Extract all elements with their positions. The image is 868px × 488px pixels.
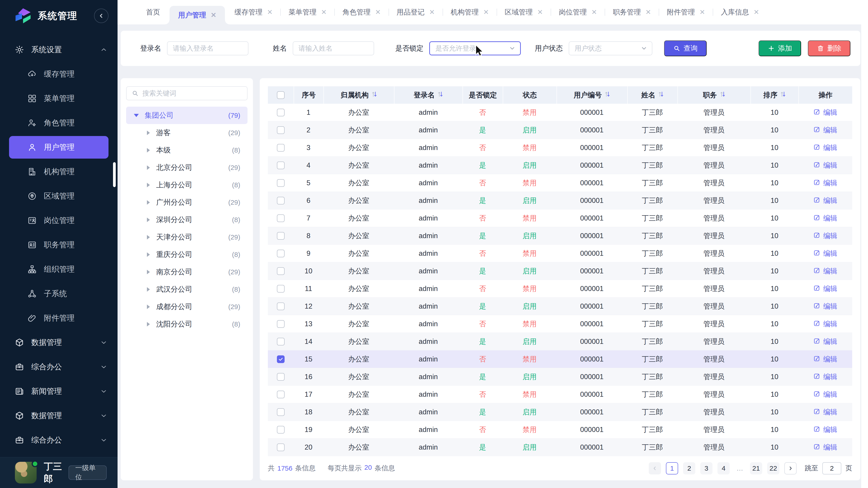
caret-right-icon[interactable]	[147, 218, 150, 222]
sidebar-section-综合办公[interactable]: 综合办公	[0, 428, 118, 452]
caret-right-icon[interactable]	[147, 148, 150, 153]
caret-right-icon[interactable]	[147, 235, 150, 239]
tab-角色管理[interactable]: 角色管理✕	[335, 0, 388, 24]
edit-link[interactable]: 编辑	[813, 443, 837, 452]
row-checkbox[interactable]	[277, 302, 285, 310]
column-label[interactable]: 归属机构	[341, 90, 369, 100]
caret-right-icon[interactable]	[147, 165, 150, 170]
table-row[interactable]: 19办公室admin否禁用000001丁三郎管理员10编辑	[268, 421, 852, 438]
row-checkbox[interactable]	[277, 408, 285, 416]
table-row[interactable]: 5办公室admin否禁用000001丁三郎管理员10编辑	[268, 174, 852, 192]
table-row[interactable]: 10办公室admin是启用000001丁三郎管理员10编辑	[268, 262, 852, 280]
column-label[interactable]: 姓名	[641, 90, 655, 100]
tab-附件管理[interactable]: 附件管理✕	[659, 0, 713, 24]
tab-缓存管理[interactable]: 缓存管理✕	[227, 0, 280, 24]
table-row[interactable]: 17办公室admin否禁用000001丁三郎管理员10编辑	[268, 386, 852, 403]
tree-node-本级[interactable]: 本级(8)	[126, 141, 248, 159]
page-button-1[interactable]: 1	[666, 462, 678, 475]
edit-link[interactable]: 编辑	[813, 355, 837, 364]
table-row[interactable]: 4办公室admin是启用000001丁三郎管理员10编辑	[268, 157, 852, 174]
caret-right-icon[interactable]	[147, 287, 150, 292]
edit-link[interactable]: 编辑	[813, 266, 837, 276]
user-status-select[interactable]: 用户状态	[569, 41, 652, 55]
avatar[interactable]	[15, 462, 37, 484]
tree-node-北京分公司[interactable]: 北京分公司(29)	[126, 159, 248, 176]
tab-close-icon[interactable]: ✕	[753, 9, 759, 15]
edit-link[interactable]: 编辑	[813, 302, 837, 311]
caret-right-icon[interactable]	[147, 200, 150, 205]
page-scrollbar-track[interactable]	[861, 0, 868, 488]
tree-node-游客[interactable]: 游客(29)	[126, 124, 248, 141]
tab-close-icon[interactable]: ✕	[211, 12, 216, 19]
sidebar-item-菜单管理[interactable]: 菜单管理	[0, 86, 118, 111]
sidebar-section-系统设置[interactable]: 系统设置	[0, 37, 118, 62]
tree-node-天津分公司[interactable]: 天津分公司(29)	[126, 228, 248, 246]
edit-link[interactable]: 编辑	[813, 372, 837, 382]
tab-岗位管理[interactable]: 岗位管理✕	[551, 0, 604, 24]
table-row[interactable]: 20办公室admin是启用000001丁三郎管理员10编辑	[268, 438, 852, 456]
tab-close-icon[interactable]: ✕	[537, 9, 543, 15]
tree-node-上海分公司[interactable]: 上海分公司(8)	[126, 176, 248, 194]
jump-page-input[interactable]	[822, 462, 841, 475]
row-checkbox[interactable]	[277, 373, 285, 381]
caret-right-icon[interactable]	[147, 131, 150, 135]
row-checkbox[interactable]	[277, 109, 285, 116]
table-row[interactable]: 13办公室admin否禁用000001丁三郎管理员10编辑	[268, 315, 852, 333]
tab-首页[interactable]: 首页	[138, 0, 168, 24]
edit-link[interactable]: 编辑	[813, 390, 837, 399]
tree-search-input[interactable]	[143, 90, 242, 97]
tab-入库信息[interactable]: 入库信息✕	[713, 0, 767, 24]
sort-icon[interactable]	[780, 91, 786, 99]
edit-link[interactable]: 编辑	[813, 249, 837, 258]
table-row[interactable]: 12办公室admin是启用000001丁三郎管理员10编辑	[268, 297, 852, 315]
tab-close-icon[interactable]: ✕	[645, 9, 651, 15]
tab-职务管理[interactable]: 职务管理✕	[605, 0, 659, 24]
edit-link[interactable]: 编辑	[813, 108, 837, 117]
caret-down-icon[interactable]	[134, 114, 139, 117]
sidebar-collapse-button[interactable]	[94, 8, 108, 23]
sort-icon[interactable]	[720, 91, 725, 99]
tab-close-icon[interactable]: ✕	[591, 9, 597, 15]
sidebar-section-综合办公[interactable]: 综合办公	[0, 355, 118, 379]
tree-node-重庆分公司[interactable]: 重庆分公司(8)	[126, 246, 248, 263]
delete-button[interactable]: 删除	[808, 40, 850, 56]
column-label[interactable]: 登录名	[414, 90, 435, 100]
page-button-4[interactable]: 4	[717, 462, 730, 475]
sidebar-scrollbar-thumb[interactable]	[113, 162, 116, 187]
edit-link[interactable]: 编辑	[813, 214, 837, 223]
sort-icon[interactable]	[604, 91, 610, 99]
sidebar-section-数据管理[interactable]: 数据管理	[0, 403, 118, 428]
edit-link[interactable]: 编辑	[813, 161, 837, 170]
table-row[interactable]: 2办公室admin是启用000001丁三郎管理员10编辑	[268, 121, 852, 139]
sidebar-item-用户管理[interactable]: 用户管理	[9, 136, 108, 159]
caret-right-icon[interactable]	[147, 322, 150, 326]
page-button-2[interactable]: 2	[683, 462, 695, 475]
sidebar-item-子系统[interactable]: 子系统	[0, 282, 118, 306]
prev-page-button[interactable]	[649, 462, 661, 475]
edit-link[interactable]: 编辑	[813, 337, 837, 346]
row-checkbox[interactable]	[277, 179, 285, 187]
edit-link[interactable]: 编辑	[813, 319, 837, 329]
row-checkbox[interactable]	[277, 320, 285, 328]
tab-close-icon[interactable]: ✕	[700, 9, 705, 15]
table-row[interactable]: 3办公室admin否禁用000001丁三郎管理员10编辑	[268, 139, 852, 157]
page-button-21[interactable]: 21	[750, 462, 762, 475]
table-row[interactable]: 8办公室admin是启用000001丁三郎管理员10编辑	[268, 227, 852, 245]
row-checkbox[interactable]	[277, 197, 285, 204]
tab-菜单管理[interactable]: 菜单管理✕	[281, 0, 334, 24]
tree-node-成都分公司[interactable]: 成都分公司(29)	[126, 298, 248, 315]
row-checkbox[interactable]	[277, 426, 285, 433]
row-checkbox[interactable]	[277, 444, 285, 451]
row-checkbox[interactable]	[277, 162, 285, 169]
row-checkbox[interactable]	[277, 267, 285, 275]
edit-link[interactable]: 编辑	[813, 125, 837, 135]
tree-node-南京分公司[interactable]: 南京分公司(29)	[126, 263, 248, 281]
sort-icon[interactable]	[658, 91, 664, 99]
sidebar-item-缓存管理[interactable]: 缓存管理	[0, 62, 118, 86]
tree-node-深圳分公司[interactable]: 深圳分公司(8)	[126, 211, 248, 228]
sidebar-item-附件管理[interactable]: 附件管理	[0, 306, 118, 330]
sidebar-section-数据管理[interactable]: 数据管理	[0, 330, 118, 355]
tab-close-icon[interactable]: ✕	[375, 9, 381, 15]
caret-right-icon[interactable]	[147, 304, 150, 309]
edit-link[interactable]: 编辑	[813, 284, 837, 293]
